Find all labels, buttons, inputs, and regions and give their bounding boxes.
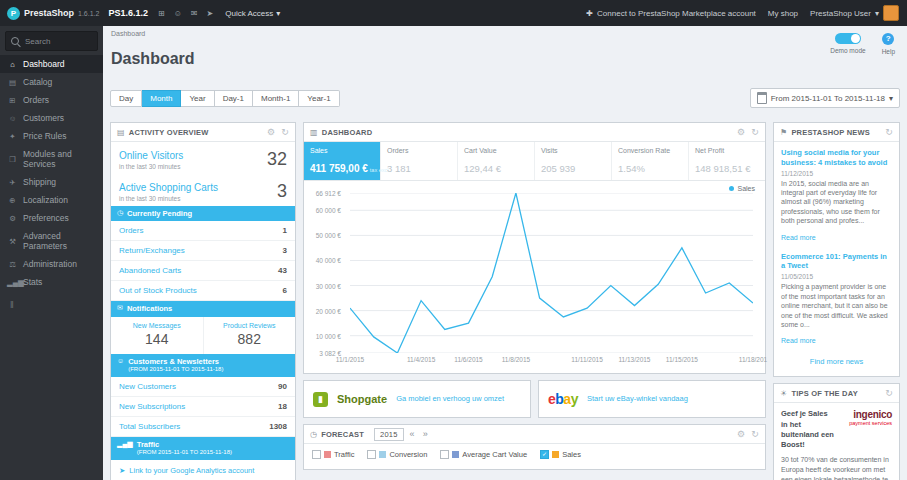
forecast-panel-header: ◷ FORECAST 2015 « » ⚙ ↻ <box>304 425 765 444</box>
quick-access-menu[interactable]: Quick Access ▾ <box>225 9 280 18</box>
sidebar-item-preferences[interactable]: ⚙ Preferences <box>0 209 103 227</box>
google-analytics-link[interactable]: Link to your Google Analytics account <box>129 466 254 475</box>
period-month-button[interactable]: Month <box>142 90 181 107</box>
checkbox[interactable] <box>312 450 321 459</box>
previous-icon[interactable]: « <box>408 429 417 439</box>
updates-icon[interactable]: ➤ <box>207 9 214 18</box>
sidebar-menu: ⌂ Dashboard ▤ Catalog ⊞ Orders ☺ Custome… <box>0 55 103 291</box>
bar-chart-icon: ▂▄▆ <box>7 278 18 287</box>
new-subscriptions-link[interactable]: New Subscriptions <box>119 402 185 411</box>
gear-icon[interactable]: ⚙ <box>737 127 745 137</box>
period-month-1-button[interactable]: Month-1 <box>253 90 299 107</box>
prestashop-news-panel: ⚑ PRESTASHOP NEWS ↻ Using social media f… <box>773 122 900 377</box>
date-range-picker[interactable]: From 2015-11-01 To 2015-11-18 ▾ <box>750 88 900 108</box>
sidebar-item-customers[interactable]: ☺ Customers <box>0 109 103 127</box>
shopgate-link[interactable]: Ga mobiel en verhoog uw omzet <box>396 394 504 403</box>
sidebar-item-price-rules[interactable]: ✦ Price Rules <box>0 127 103 145</box>
kpi-orders[interactable]: Orders 3 181 <box>381 142 458 180</box>
activity-panel-icon: ▤ <box>117 128 125 137</box>
kpi-visits[interactable]: Visits 205 939 <box>535 142 612 180</box>
help-control: ? Help <box>882 33 895 55</box>
sidebar-collapse-button[interactable]: ‖ <box>0 291 103 319</box>
demo-mode-toggle[interactable] <box>835 33 861 44</box>
refresh-icon[interactable]: ↻ <box>885 388 893 398</box>
returns-link[interactable]: Return/Exchanges <box>119 246 185 255</box>
abandoned-carts-link[interactable]: Abandoned Carts <box>119 266 181 275</box>
kpi-net-profit[interactable]: Net Profit 148 918,51 € <box>689 142 765 180</box>
period-year-button[interactable]: Year <box>181 90 214 107</box>
kpi-sales[interactable]: Sales 411 759,00 €tax excl. <box>304 142 381 180</box>
gear-icon[interactable]: ⚙ <box>267 127 275 137</box>
sidebar-item-advanced-parameters[interactable]: ⚒ Advanced Parameters <box>0 227 103 255</box>
pending-row-abandoned-carts: Abandoned Carts 43 <box>111 261 295 281</box>
user-menu[interactable]: PrestaShop User ▾ <box>810 5 899 21</box>
out-of-stock-count: 6 <box>283 286 287 295</box>
tips-panel-header: ☀ TIPS OF THE DAY ↻ <box>774 384 899 403</box>
kpi-label: Visits <box>541 147 605 154</box>
checkbox[interactable] <box>367 450 376 459</box>
orders-notification-icon[interactable]: ⊞ <box>158 9 165 18</box>
sidebar-item-modules[interactable]: ❒ Modules and Services <box>0 145 103 173</box>
period-buttons: Day Month Year Day-1 Month-1 Year-1 <box>110 90 340 107</box>
checkbox[interactable] <box>440 450 449 459</box>
sidebar-item-stats[interactable]: ▂▄▆ Stats <box>0 273 103 291</box>
kpi-cart-value[interactable]: Cart Value 129,44 € <box>458 142 535 180</box>
new-customers-link[interactable]: New Customers <box>119 382 176 391</box>
product-reviews-cell[interactable]: Product Reviews 882 <box>203 317 296 354</box>
customers-newsletters-range: (FROM 2015-11-01 TO 2015-11-18) <box>128 366 223 374</box>
ebay-letter: y <box>571 391 578 407</box>
help-icon[interactable]: ? <box>882 33 894 45</box>
sidebar-item-localization[interactable]: ⊕ Localization <box>0 191 103 209</box>
news-headline-link[interactable]: Ecommerce 101: Payments in a Tweet <box>781 252 892 272</box>
customers-newsletters-title: Customers & Newsletters <box>128 357 219 366</box>
online-visitors-link[interactable]: Online Visitors <box>119 150 183 161</box>
orders-link[interactable]: Orders <box>119 226 143 235</box>
period-day-1-button[interactable]: Day-1 <box>215 90 253 107</box>
sidebar-item-label: Stats <box>23 277 42 287</box>
total-subscribers-link[interactable]: Total Subscribers <box>119 422 180 431</box>
read-more-link[interactable]: Read more <box>781 337 816 344</box>
user-avatar[interactable] <box>883 5 899 21</box>
sidebar-search[interactable] <box>5 31 98 51</box>
customers-row-total-subscribers: Total Subscribers 1308 <box>111 417 295 437</box>
forecast-legend-average-cart-value[interactable]: Average Cart Value <box>440 450 527 459</box>
next-icon[interactable]: » <box>421 429 430 439</box>
sidebar-item-dashboard[interactable]: ⌂ Dashboard <box>0 55 103 73</box>
forecast-legend-label: Conversion <box>389 450 427 459</box>
active-carts-link[interactable]: Active Shopping Carts <box>119 182 218 193</box>
sidebar-item-catalog[interactable]: ▤ Catalog <box>0 73 103 91</box>
gear-icon[interactable]: ⚙ <box>737 429 745 439</box>
messages-notification-icon[interactable]: ✉ <box>191 9 198 18</box>
period-year-1-button[interactable]: Year-1 <box>299 90 339 107</box>
customers-notification-icon[interactable]: ☺ <box>174 9 182 18</box>
marketplace-connect-link[interactable]: ✚ Connect to PrestaShop Marketplace acco… <box>586 9 755 18</box>
my-shop-link[interactable]: My shop <box>768 9 798 18</box>
kpi-conversion-rate[interactable]: Conversion Rate 1.54% <box>612 142 689 180</box>
refresh-icon[interactable]: ↻ <box>885 127 893 137</box>
read-more-link[interactable]: Read more <box>781 234 816 241</box>
sidebar-item-orders[interactable]: ⊞ Orders <box>0 91 103 109</box>
forecast-year-select[interactable]: 2015 <box>374 428 404 441</box>
out-of-stock-link[interactable]: Out of Stock Products <box>119 286 197 295</box>
refresh-icon[interactable]: ↻ <box>751 429 759 439</box>
refresh-icon[interactable]: ↻ <box>281 127 289 137</box>
forecast-legend-conversion[interactable]: Conversion <box>367 450 427 459</box>
news-headline-link[interactable]: Using social media for your business: 4 … <box>781 148 892 168</box>
find-more-news-link[interactable]: Find more news <box>781 355 892 370</box>
forecast-panel: ◷ FORECAST 2015 « » ⚙ ↻ <box>303 424 766 470</box>
forecast-legend-traffic[interactable]: Traffic <box>312 450 354 459</box>
header-tools: Demo mode ? Help <box>830 33 895 55</box>
refresh-icon[interactable]: ↻ <box>751 127 759 137</box>
prestashop-logo[interactable]: P PrestaShop 1.6.1.2 <box>0 7 106 20</box>
sidebar-item-shipping[interactable]: ✈ Shipping <box>0 173 103 191</box>
sidebar-item-administration[interactable]: ⚖ Administration <box>0 255 103 273</box>
scales-icon: ⚖ <box>7 260 18 269</box>
news-panel-icon: ⚑ <box>780 128 787 137</box>
ebay-link[interactable]: Start uw eBay-winkel vandaag <box>587 394 688 403</box>
period-day-button[interactable]: Day <box>110 90 142 107</box>
legend-label: Sales <box>737 185 755 192</box>
search-input[interactable] <box>23 36 92 47</box>
new-messages-cell[interactable]: New Messages 144 <box>111 317 203 354</box>
forecast-legend-sales[interactable]: ✓ Sales <box>540 450 581 459</box>
checkbox-checked[interactable]: ✓ <box>540 450 549 459</box>
